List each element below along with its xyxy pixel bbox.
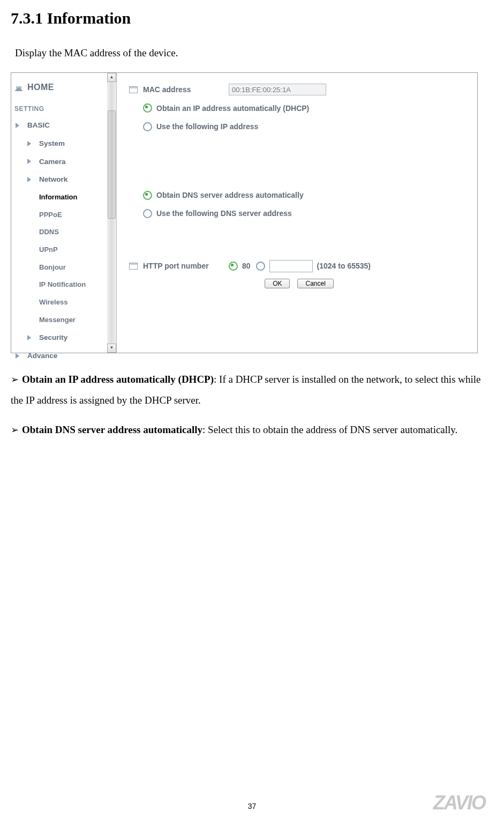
scroll-down-icon[interactable] (107, 344, 116, 353)
http-port-row: HTTP port number 80 (1024 to 65535) (129, 259, 469, 273)
port-custom-input[interactable] (269, 260, 313, 272)
nav-setting-header: SETTING (11, 98, 107, 116)
nav-bonjour[interactable]: Bonjour (11, 259, 107, 277)
page-number: 37 (11, 799, 493, 814)
nav-sidebar: HOME SETTING BASIC System Camera Network… (11, 73, 108, 353)
brand-logo: ZAVIO (433, 785, 485, 821)
nav-security[interactable]: Security (11, 329, 107, 347)
ok-button[interactable]: OK (265, 279, 290, 288)
bullet-dhcp: Obtain an IP address automatically (DHCP… (11, 369, 493, 411)
nav-basic-label: BASIC (27, 118, 50, 132)
mac-row: MAC address (129, 83, 469, 97)
radio-dns-manual[interactable] (143, 209, 152, 218)
scroll-thumb[interactable] (108, 110, 116, 219)
ip-manual-label: Use the following IP address (156, 120, 258, 134)
nav-home-label: HOME (27, 79, 54, 95)
scroll-up-icon[interactable] (107, 73, 116, 82)
nav-label: Advance (27, 349, 57, 363)
nav-upnp[interactable]: UPnP (11, 241, 107, 259)
section-heading: 7.3.1 Information (11, 3, 493, 33)
nav-camera[interactable]: Camera (11, 153, 107, 171)
nav-basic[interactable]: BASIC (11, 116, 107, 135)
nav-network[interactable]: Network (11, 170, 107, 189)
nav-label: Network (39, 173, 67, 187)
arrow-icon (14, 352, 24, 360)
nav-ddns[interactable]: DDNS (11, 224, 107, 241)
intro-text: Display the MAC address of the device. (15, 43, 493, 63)
port80-label: 80 (242, 259, 251, 273)
ip-auto-label: Obtain an IP address automatically (DHCP… (156, 101, 309, 116)
cancel-button[interactable]: Cancel (297, 279, 333, 288)
port-range-hint: (1024 to 65535) (317, 259, 371, 273)
arrow-icon (26, 334, 36, 341)
dns-manual-label: Use the following DNS server address (156, 206, 292, 221)
nav-home[interactable]: HOME (11, 77, 107, 98)
nav-wireless[interactable]: Wireless (11, 294, 107, 311)
nav-label: System (39, 137, 65, 151)
nav-label: Camera (39, 155, 66, 169)
settings-panel: MAC address Obtain an IP address automat… (121, 73, 477, 353)
radio-ip-auto[interactable] (143, 103, 152, 113)
arrow-icon (14, 122, 24, 129)
radio-port-80[interactable] (229, 262, 238, 271)
dns-auto-label: Obtain DNS server address automatically (156, 188, 304, 203)
mac-label: MAC address (143, 83, 229, 97)
nav-advance[interactable]: Advance (11, 347, 107, 365)
nav-pppoe[interactable]: PPPoE (11, 206, 107, 224)
arrow-icon (26, 176, 36, 183)
arrow-icon (26, 140, 36, 147)
nav-ipnotif[interactable]: IP Notification (11, 276, 107, 294)
http-port-label: HTTP port number (143, 259, 229, 273)
nav-information[interactable]: Information (11, 189, 107, 206)
nav-label: Security (39, 331, 67, 345)
nav-system[interactable]: System (11, 135, 107, 153)
home-icon (14, 84, 24, 91)
section-icon (129, 263, 138, 270)
radio-port-custom[interactable] (256, 262, 265, 271)
nav-messenger[interactable]: Messenger (11, 311, 107, 329)
arrow-icon (26, 158, 36, 165)
section-icon (129, 86, 138, 93)
screenshot-figure: HOME SETTING BASIC System Camera Network… (11, 72, 478, 353)
mac-value-field (229, 84, 326, 95)
radio-dns-auto[interactable] (143, 191, 152, 200)
sidebar-scrollbar[interactable] (107, 73, 117, 353)
bullet-dns: Obtain DNS server address automatically:… (11, 420, 493, 441)
radio-ip-manual[interactable] (143, 122, 152, 131)
